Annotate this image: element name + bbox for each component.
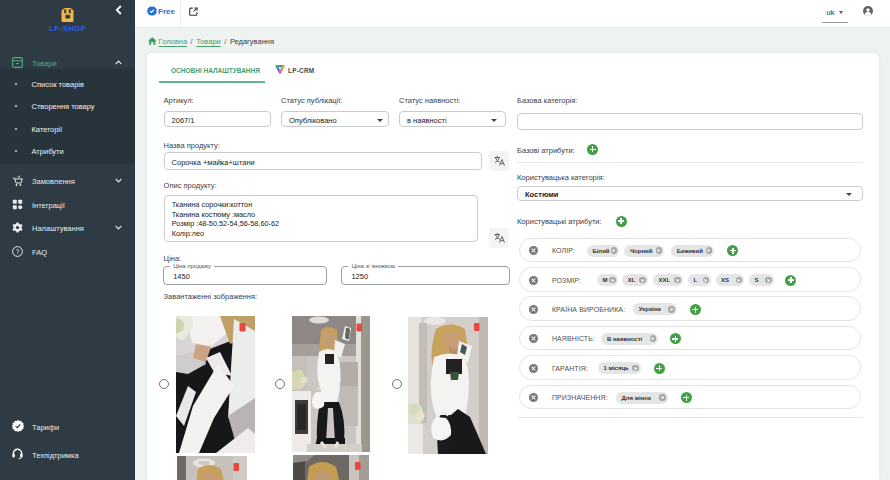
svg-text:?: ?: [16, 247, 20, 254]
